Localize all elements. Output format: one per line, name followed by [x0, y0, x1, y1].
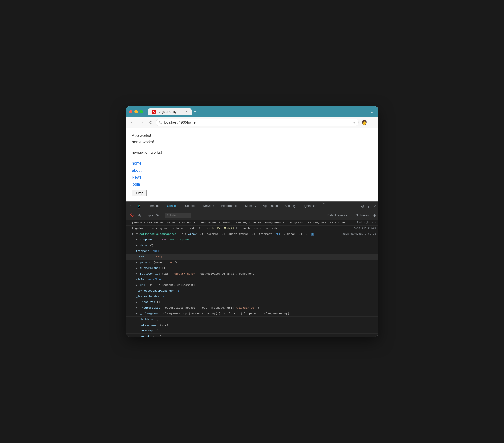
tab-console[interactable]: Console	[164, 202, 182, 211]
console-line-activated-route: auth-gard.guard.ts:18 ▼ ActivatedRouteSn…	[126, 231, 378, 237]
console-line-angular: core.mjs:25520 Angular is running in dev…	[126, 226, 378, 231]
eye-button[interactable]: 👁	[154, 213, 161, 218]
devtools-toolbar: 🚫 ⊘ top ▾ 👁 ⊘ Default levels ▾ No Issues…	[126, 211, 378, 220]
browser-actions: 🧑 ⋮	[361, 119, 375, 126]
console-line-corrected: _correctedLastPathIndex: 1	[126, 288, 378, 294]
minimize-window-button[interactable]	[134, 110, 138, 113]
console-line-component: component: class AboutComponent	[126, 237, 378, 243]
tab-dropdown-button[interactable]: ⌄	[368, 109, 375, 115]
menu-button[interactable]: ⋮	[369, 119, 375, 126]
refresh-button[interactable]: ↻	[147, 119, 154, 126]
tab-security[interactable]: Security	[281, 202, 299, 211]
resolve-arrow[interactable]	[136, 300, 138, 304]
url-bar[interactable]: ⓘ localhost:4200/home ☆	[156, 119, 359, 126]
page-content: App works! home works! navigation works!…	[126, 128, 378, 201]
toolbar-divider-2	[162, 213, 163, 218]
context-selector[interactable]: top ▾	[147, 214, 153, 217]
about-link[interactable]: about	[132, 167, 372, 174]
tab-performance[interactable]: Performance	[217, 202, 242, 211]
tab-close-button[interactable]: ×	[186, 110, 188, 114]
params-arrow[interactable]	[136, 261, 138, 264]
bookmark-icon: ☆	[352, 120, 356, 125]
toolbar-divider-3	[351, 213, 351, 218]
console-line-parammap: paramMap: (...)	[126, 328, 378, 333]
user-avatar[interactable]: 🧑	[361, 119, 368, 126]
address-bar: ← → ↻ ⓘ localhost:4200/home ☆ 🧑 ⋮	[126, 117, 378, 128]
news-link[interactable]: News	[132, 174, 372, 181]
stop-recording-button[interactable]: ⊘	[137, 212, 143, 219]
console-line-routeconfig: routeConfig: {path: 'about/:name' , canA…	[126, 271, 378, 277]
console-line-urlsegment: _urlSegment: UrlSegmentGroup {segments: …	[126, 311, 378, 316]
filter-input[interactable]	[170, 214, 190, 217]
devtools-panel-icons: ⬚ 📱	[127, 202, 144, 211]
default-levels-label: Default levels	[327, 214, 345, 217]
console-line-resolve: _resolve: {}	[126, 299, 378, 305]
chevron-down-icon: ▾	[346, 214, 347, 217]
tab-sources[interactable]: Sources	[181, 202, 199, 211]
angular-link[interactable]: core.mjs:25520	[354, 226, 376, 230]
app-works-text: App works!	[132, 133, 372, 139]
tab-elements[interactable]: Elements	[144, 202, 164, 211]
tab-memory[interactable]: Memory	[242, 202, 260, 211]
webpack-link[interactable]: index.js:551	[357, 221, 376, 225]
queryparams-arrow[interactable]	[136, 266, 138, 270]
console-line-firstchild: firstChild: (...)	[126, 322, 378, 328]
new-tab-button[interactable]: +	[192, 108, 198, 116]
console-line-fragment: fragment: null	[126, 248, 378, 254]
console-line-url: url: (2) [UrlSegment, UrlSegment]	[126, 282, 378, 288]
no-issues-label: No Issues	[353, 213, 371, 218]
auth-guard-link[interactable]: auth-gard.guard.ts:18	[342, 232, 376, 236]
login-link[interactable]: login	[132, 181, 372, 188]
console-settings-button[interactable]: ⚙	[373, 213, 376, 218]
navigation-works-text: navigation works!	[132, 149, 372, 156]
data-arrow[interactable]	[136, 244, 138, 247]
devtools-settings-button[interactable]: ⚙	[360, 204, 365, 209]
routeconfig-arrow[interactable]	[136, 272, 138, 275]
filter-box[interactable]: ⊘	[165, 213, 192, 218]
console-line-outlet: outlet: "primary"	[126, 254, 378, 260]
expand-arrow[interactable]	[132, 232, 134, 236]
tab-application[interactable]: Application	[260, 202, 281, 211]
console-line-children: children: (...)	[126, 317, 378, 322]
devtools-actions: ⚙ ⋮ ✕	[360, 202, 377, 211]
more-tabs-button[interactable]: >>	[321, 202, 327, 211]
title-bar: A AngularStudy × + ⌄	[126, 106, 378, 117]
home-link[interactable]: home	[132, 160, 372, 167]
tab-title: AngularStudy	[158, 110, 177, 114]
devtools-more-button[interactable]: ⋮	[366, 204, 372, 209]
devtools-panel: ⬚ 📱 Elements Console Sources Network Per…	[126, 201, 378, 337]
console-line-params: params: {name: 'joe' }	[126, 260, 378, 265]
routerstate-arrow[interactable]	[136, 306, 138, 309]
tab-network[interactable]: Network	[199, 202, 217, 211]
component-arrow[interactable]	[136, 238, 138, 241]
tab-favicon: A	[152, 110, 156, 114]
console-line-routerstate: _routerState: RouterStateSnapshot {_root…	[126, 305, 378, 311]
devtools-tabs: ⬚ 📱 Elements Console Sources Network Per…	[126, 202, 378, 211]
jump-button[interactable]: Jump	[132, 190, 146, 196]
default-levels-dropdown[interactable]: Default levels ▾	[325, 213, 349, 218]
tab-area: A AngularStudy × +	[148, 108, 366, 116]
console-line-queryparams: queryParams: {}	[126, 265, 378, 271]
inspect-element-button[interactable]: ⬚	[129, 204, 135, 209]
toolbar-divider	[144, 213, 145, 218]
clear-console-button[interactable]: 🚫	[128, 213, 135, 218]
url-arrow[interactable]	[136, 283, 138, 287]
console-line-title: title: undefined	[126, 277, 378, 282]
forward-button[interactable]: →	[138, 119, 145, 126]
back-button[interactable]: ←	[129, 119, 136, 126]
urlsegment-arrow[interactable]	[136, 312, 138, 315]
device-toolbar-button[interactable]: 📱	[136, 204, 143, 209]
console-output: index.js:551 [webpack-dev-server] Server…	[126, 220, 378, 337]
devtools-close-button[interactable]: ✕	[372, 204, 377, 209]
security-icon: ⓘ	[159, 120, 162, 125]
close-window-button[interactable]	[129, 110, 132, 113]
browser-window: A AngularStudy × + ⌄ ← → ↻ ⓘ localhost:4…	[126, 106, 378, 337]
console-line-webpack: index.js:551 [webpack-dev-server] Server…	[126, 220, 378, 226]
tab-lighthouse[interactable]: Lighthouse	[299, 202, 321, 211]
console-line-data: data: {}	[126, 243, 378, 248]
active-tab[interactable]: A AngularStudy ×	[148, 108, 192, 115]
console-line-parent: parent: (...)	[126, 334, 378, 337]
maximize-window-button[interactable]	[140, 110, 143, 113]
home-works-text: home works!	[132, 139, 372, 145]
filter-icon: ⊘	[167, 214, 169, 217]
